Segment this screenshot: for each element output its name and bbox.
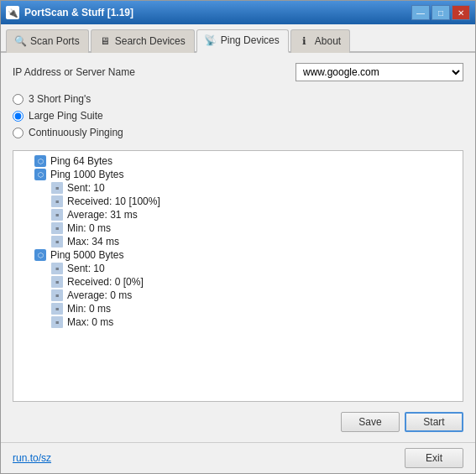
- action-buttons: Save Start: [13, 412, 463, 432]
- tree-item-label: Max: 0 ms: [67, 316, 113, 328]
- tree-item: ≡Sent: 10: [17, 262, 459, 275]
- stat-icon: ≡: [51, 195, 63, 207]
- radio-short-label: 3 Short Ping's: [29, 93, 91, 105]
- stat-icon: ≡: [51, 236, 63, 247]
- ping-icon: ⬡: [34, 155, 46, 167]
- tree-item-label: Ping 5000 Bytes: [50, 249, 123, 261]
- ip-label: IP Address or Server Name: [13, 66, 135, 78]
- radio-short-pings[interactable]: 3 Short Ping's: [13, 93, 463, 105]
- stat-icon: ≡: [51, 289, 63, 301]
- stat-icon: ≡: [51, 303, 63, 315]
- tree-item-label: Max: 34 ms: [67, 236, 119, 247]
- tree-item: ≡Average: 0 ms: [17, 289, 459, 302]
- radio-large-suite[interactable]: Large Ping Suite: [13, 110, 463, 122]
- stat-icon: ≡: [51, 209, 63, 221]
- tab-scan-ports[interactable]: 🔍 Scan Ports: [6, 29, 89, 53]
- tab-search-devices[interactable]: 🖥 Search Devices: [91, 29, 195, 53]
- ip-select-container: www.google.com: [296, 63, 463, 81]
- about-icon: ℹ: [298, 34, 311, 48]
- tree-item: ≡Min: 0 ms: [17, 221, 459, 235]
- radio-large-input[interactable]: [13, 111, 24, 122]
- ip-dropdown[interactable]: www.google.com: [296, 63, 463, 81]
- tree-item: ≡Received: 0 [0%]: [17, 275, 459, 289]
- scan-ports-icon: 🔍: [13, 34, 27, 48]
- tree-item: ⬡Ping 1000 Bytes: [17, 168, 459, 181]
- tree-item: ≡Max: 0 ms: [17, 315, 459, 329]
- radio-short-input[interactable]: [13, 94, 24, 105]
- results-box: ⬡Ping 64 Bytes⬡Ping 1000 Bytes≡Sent: 10≡…: [13, 150, 463, 402]
- app-icon: 🔌: [6, 6, 19, 19]
- window-controls: — □ ✕: [411, 5, 470, 20]
- close-button[interactable]: ✕: [452, 5, 470, 20]
- exit-button[interactable]: Exit: [405, 448, 463, 468]
- tree-item: ≡Max: 34 ms: [17, 235, 459, 248]
- tree-item: ≡Min: 0 ms: [17, 302, 459, 315]
- tree-item-label: Average: 31 ms: [67, 209, 138, 221]
- save-button[interactable]: Save: [341, 412, 400, 432]
- tree-item: ≡Received: 10 [100%]: [17, 195, 459, 208]
- tree-item-label: Received: 10 [100%]: [67, 195, 160, 207]
- ip-row: IP Address or Server Name www.google.com: [13, 63, 463, 81]
- tree-container: ⬡Ping 64 Bytes⬡Ping 1000 Bytes≡Sent: 10≡…: [17, 154, 459, 329]
- tree-item-label: Ping 1000 Bytes: [50, 169, 123, 180]
- tree-item-label: Average: 0 ms: [67, 289, 132, 301]
- tree-item-label: Received: 0 [0%]: [67, 276, 144, 288]
- tab-about-label: About: [315, 35, 341, 47]
- tree-item-label: Min: 0 ms: [67, 222, 111, 234]
- tree-item: ≡Sent: 10: [17, 181, 459, 195]
- search-devices-icon: 🖥: [98, 34, 112, 48]
- footer: run.to/sz Exit: [1, 442, 475, 473]
- ping-icon: ⬡: [34, 249, 46, 261]
- ping-devices-icon: 📡: [204, 34, 217, 47]
- main-window: 🔌 PortScan & Stuff [1.19] — □ ✕ 🔍 Scan P…: [0, 0, 476, 474]
- radio-group: 3 Short Ping's Large Ping Suite Continuo…: [13, 93, 463, 138]
- footer-link[interactable]: run.to/sz: [13, 452, 51, 464]
- radio-continuous[interactable]: Continuously Pinging: [13, 127, 463, 138]
- tab-ping-devices-label: Ping Devices: [221, 34, 280, 46]
- radio-continuous-input[interactable]: [13, 128, 24, 138]
- tab-search-devices-label: Search Devices: [115, 35, 186, 47]
- tree-item: ≡Average: 31 ms: [17, 208, 459, 221]
- stat-icon: ≡: [51, 263, 63, 274]
- stat-icon: ≡: [51, 182, 63, 194]
- tab-scan-ports-label: Scan Ports: [30, 35, 80, 47]
- radio-continuous-label: Continuously Pinging: [29, 127, 123, 138]
- stat-icon: ≡: [51, 316, 63, 328]
- tab-about[interactable]: ℹ About: [290, 29, 350, 53]
- maximize-button[interactable]: □: [432, 5, 450, 20]
- titlebar: 🔌 PortScan & Stuff [1.19] — □ ✕: [1, 1, 475, 24]
- tree-item-label: Sent: 10: [67, 263, 105, 274]
- tree-item-label: Ping 64 Bytes: [50, 155, 112, 167]
- ping-icon: ⬡: [34, 169, 46, 180]
- tab-ping-devices[interactable]: 📡 Ping Devices: [196, 29, 289, 53]
- stat-icon: ≡: [51, 222, 63, 234]
- tabs-bar: 🔍 Scan Ports 🖥 Search Devices 📡 Ping Dev…: [1, 24, 475, 53]
- tree-item-label: Sent: 10: [67, 182, 105, 194]
- tree-item: ⬡Ping 64 Bytes: [17, 154, 459, 168]
- window-title: PortScan & Stuff [1.19]: [24, 7, 411, 18]
- minimize-button[interactable]: —: [411, 5, 430, 20]
- tree-item-label: Min: 0 ms: [67, 303, 111, 315]
- content-area: IP Address or Server Name www.google.com…: [1, 53, 475, 442]
- radio-large-label: Large Ping Suite: [29, 110, 103, 122]
- tree-item: ⬡Ping 5000 Bytes: [17, 248, 459, 262]
- stat-icon: ≡: [51, 276, 63, 288]
- start-button[interactable]: Start: [405, 412, 463, 432]
